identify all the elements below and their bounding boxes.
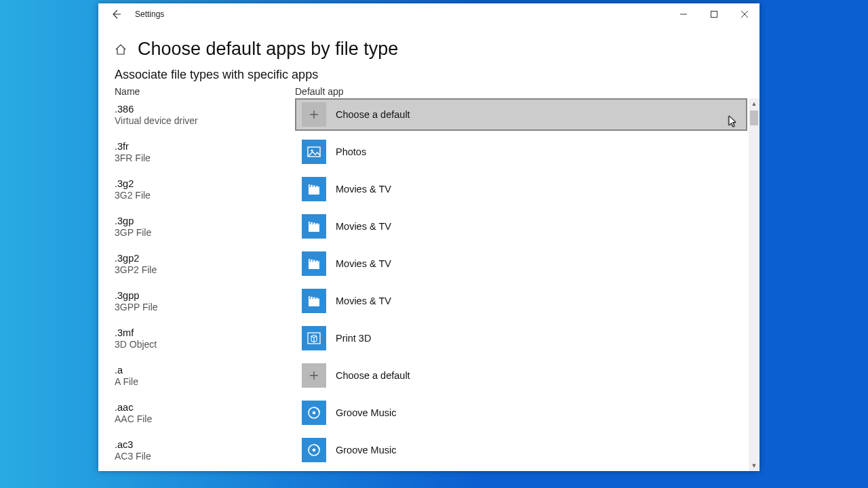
file-type-row: .3gp23GP2 FileMovies & TV <box>98 247 749 285</box>
file-type-cell: .3gp3GP File <box>115 210 295 238</box>
default-app-button-movies-tv[interactable]: Movies & TV <box>295 247 749 280</box>
column-header-name: Name <box>115 86 295 97</box>
photos-icon <box>302 140 326 164</box>
default-app-cell: Photos <box>295 136 749 168</box>
file-extension: .aac <box>115 402 295 413</box>
movies-tv-icon <box>302 214 326 239</box>
file-type-cell: .3g23G2 File <box>115 173 295 201</box>
file-type-cell: .3gpp3GPP File <box>115 285 295 312</box>
file-description: 3GP File <box>115 227 295 238</box>
svg-point-9 <box>313 411 316 415</box>
column-headers: Name Default app <box>98 86 760 98</box>
default-app-label: Movies & TV <box>336 184 391 195</box>
default-app-cell: Choose a default <box>295 359 749 392</box>
default-app-label: Print 3D <box>336 333 371 344</box>
file-extension: .386 <box>115 104 295 115</box>
default-app-cell: Groove Music <box>295 434 749 466</box>
back-button[interactable] <box>105 3 127 25</box>
file-description: 3D Object <box>115 339 295 350</box>
file-extension: .3gpp <box>115 290 295 301</box>
file-type-row: .aacAAC FileGroove Music <box>98 396 749 434</box>
choose-default-icon <box>302 363 326 388</box>
column-header-default-app: Default app <box>295 86 344 97</box>
default-app-cell: Print 3D <box>295 322 749 354</box>
file-type-row: .3gpp3GPP FileMovies & TV <box>98 285 749 322</box>
file-extension: .3mf <box>115 327 295 338</box>
window-title: Settings <box>135 9 164 19</box>
file-description: 3G2 File <box>115 190 295 201</box>
file-description: A File <box>115 376 295 387</box>
file-extension: .3gp <box>115 216 295 226</box>
default-app-button-choose-default[interactable]: Choose a default <box>295 359 749 392</box>
default-app-button-groove-music[interactable]: Groove Music <box>295 434 749 466</box>
file-type-cell: .aacAAC File <box>115 396 295 424</box>
file-description: 3GPP File <box>115 302 295 312</box>
file-extension: .3fr <box>115 141 295 152</box>
default-app-label: Groove Music <box>336 407 396 418</box>
file-description: 3FR File <box>115 152 295 163</box>
file-extension: .3g2 <box>115 178 295 189</box>
close-button[interactable] <box>729 3 760 25</box>
file-type-row: .386Virtual device driverChoose a defaul… <box>98 98 749 136</box>
default-app-label: Movies & TV <box>336 221 391 232</box>
default-app-button-movies-tv[interactable]: Movies & TV <box>295 210 749 243</box>
svg-point-11 <box>313 449 316 452</box>
scroll-down-arrow[interactable]: ▼ <box>749 460 760 471</box>
file-type-cell: .386Virtual device driver <box>115 98 295 126</box>
file-type-row: .3gp3GP FileMovies & TV <box>98 210 749 247</box>
choose-default-icon <box>302 102 326 127</box>
default-app-cell: Movies & TV <box>295 173 749 205</box>
scroll-thumb[interactable] <box>750 110 758 125</box>
file-type-row: .3g23G2 FileMovies & TV <box>98 173 749 210</box>
file-type-cell: .3fr3FR File <box>115 136 295 163</box>
home-icon[interactable] <box>115 43 127 56</box>
default-app-label: Movies & TV <box>336 296 391 306</box>
file-type-cell: .3gp23GP2 File <box>115 247 295 275</box>
file-extension: .3gp2 <box>115 253 295 264</box>
default-app-button-print-3d[interactable]: Print 3D <box>295 322 749 354</box>
file-type-row: .ac3AC3 FileGroove Music <box>98 434 749 471</box>
titlebar: Settings <box>98 3 760 25</box>
scroll-up-arrow[interactable]: ▲ <box>749 98 760 109</box>
svg-rect-0 <box>711 12 717 18</box>
page-subheader: Associate file types with specific apps <box>98 66 760 86</box>
movies-tv-icon <box>302 251 326 276</box>
vertical-scrollbar[interactable]: ▲ ▼ <box>749 98 760 471</box>
header: Choose default apps by file type <box>98 25 760 66</box>
default-app-button-photos[interactable]: Photos <box>295 136 749 168</box>
print-3d-icon <box>302 326 326 350</box>
file-type-row: .3fr3FR FilePhotos <box>98 136 749 173</box>
movies-tv-icon <box>302 177 326 201</box>
default-app-button-groove-music[interactable]: Groove Music <box>295 396 749 429</box>
file-extension: .a <box>115 365 295 375</box>
maximize-button[interactable] <box>698 3 729 25</box>
file-type-cell: .ac3AC3 File <box>115 434 295 462</box>
svg-rect-6 <box>309 299 319 306</box>
svg-rect-4 <box>309 224 319 232</box>
file-type-cell: .aA File <box>115 359 295 387</box>
default-app-label: Groove Music <box>336 445 396 455</box>
svg-point-2 <box>311 149 313 151</box>
window-controls <box>668 3 760 25</box>
file-description: AAC File <box>115 413 295 424</box>
minimize-button[interactable] <box>668 3 698 25</box>
file-description: 3GP2 File <box>115 264 295 275</box>
svg-rect-3 <box>309 187 319 195</box>
default-app-cell: Movies & TV <box>295 210 749 243</box>
default-app-label: Movies & TV <box>336 258 391 269</box>
file-type-list: .386Virtual device driverChoose a defaul… <box>98 98 760 471</box>
default-app-cell: Movies & TV <box>295 285 749 317</box>
default-app-cell: Groove Music <box>295 396 749 429</box>
groove-music-icon <box>302 438 326 462</box>
default-app-label: Photos <box>336 146 366 157</box>
default-app-button-movies-tv[interactable]: Movies & TV <box>295 285 749 317</box>
file-type-row: .aA FileChoose a default <box>98 359 749 396</box>
file-extension: .ac3 <box>115 439 295 450</box>
groove-music-icon <box>302 401 326 425</box>
default-app-button-choose-default[interactable]: Choose a default <box>295 98 747 131</box>
settings-window: Settings Choose default apps by file typ… <box>98 3 760 471</box>
default-app-button-movies-tv[interactable]: Movies & TV <box>295 173 749 205</box>
svg-rect-5 <box>309 262 319 269</box>
default-app-label: Choose a default <box>336 109 410 120</box>
movies-tv-icon <box>302 289 326 313</box>
